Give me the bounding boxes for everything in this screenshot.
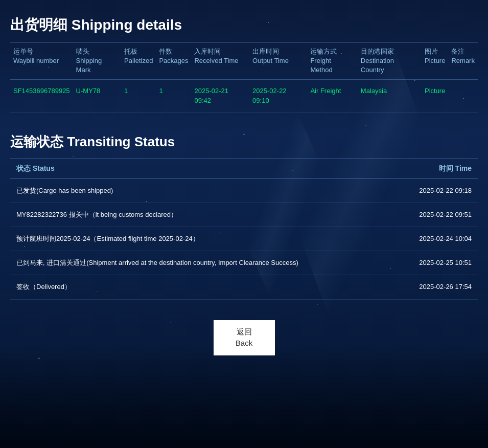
status-cell-1: MY82282322736 报关中（it being customs decla… (10, 203, 393, 227)
time-cell-3: 2025-02-25 10:51 (393, 251, 478, 275)
cell-received-time: 2025-02-21 09:42 (191, 79, 249, 112)
col-received-time: 入库时间 Received Time (191, 43, 249, 80)
col-packages: 件数 Packages (156, 43, 191, 80)
col-status-header: 状态 Status (10, 159, 393, 178)
transiting-section-title: 运输状态 Transiting Status (10, 133, 478, 151)
time-cell-1: 2025-02-22 09:51 (393, 203, 478, 227)
col-remark: 备注 Remark (448, 43, 478, 80)
status-table-header: 状态 Status 时间 Time (10, 159, 478, 178)
shipping-table-header: 运单号 Waybill number 唛头 Shipping Mark 托板 P… (10, 43, 478, 80)
col-freight-method: 运输方式 Freight Method (307, 43, 357, 80)
status-row: 已发货(Cargo has been shipped)2025-02-22 09… (10, 178, 478, 203)
col-waybill: 运单号 Waybill number (10, 43, 73, 80)
col-output-time: 出库时间 Output Time (249, 43, 307, 80)
status-cell-4: 签收（Delivered） (10, 275, 393, 299)
col-palletized: 托板 Palletized (121, 43, 156, 80)
shipping-section-title: 出货明细 Shipping details (10, 15, 478, 35)
cell-palletized: 1 (121, 79, 156, 112)
status-row: 已到马来, 进口清关通过(Shipment arrived at the des… (10, 251, 478, 275)
cell-waybill: SF1453696789925 (10, 79, 73, 112)
status-cell-2: 预计航班时间2025-02-24（Estimated flight time 2… (10, 227, 393, 251)
status-row: 签收（Delivered）2025-02-26 17:54 (10, 275, 478, 299)
cell-shipping-mark: U-MY78 (73, 79, 121, 112)
cell-remark (448, 79, 478, 112)
status-cell-3: 已到马来, 进口清关通过(Shipment arrived at the des… (10, 251, 393, 275)
shipping-table: 运单号 Waybill number 唛头 Shipping Mark 托板 P… (10, 42, 478, 113)
cell-output-time: 2025-02-22 09:10 (249, 79, 307, 112)
shipping-row: SF1453696789925 U-MY78 1 1 2025-02-21 09… (10, 79, 478, 112)
status-table: 状态 Status 时间 Time 已发货(Cargo has been shi… (10, 159, 478, 300)
page-container: 出货明细 Shipping details 运单号 Waybill number… (0, 0, 488, 376)
time-cell-4: 2025-02-26 17:54 (393, 275, 478, 299)
status-cell-0: 已发货(Cargo has been shipped) (10, 178, 393, 203)
status-row: 预计航班时间2025-02-24（Estimated flight time 2… (10, 227, 478, 251)
time-cell-0: 2025-02-22 09:18 (393, 178, 478, 203)
cell-packages: 1 (156, 79, 191, 112)
cell-freight-method: Air Freight (307, 79, 357, 112)
col-shipping-mark: 唛头 Shipping Mark (73, 43, 121, 80)
back-button[interactable]: 返回 Back (214, 320, 275, 355)
time-cell-2: 2025-02-24 10:04 (393, 227, 478, 251)
cell-destination: Malaysia (358, 79, 422, 112)
col-picture: 图片 Picture (422, 43, 448, 80)
col-time-header: 时间 Time (393, 159, 478, 178)
back-btn-container: 返回 Back (10, 320, 478, 355)
col-destination: 目的港国家 Destination Country (358, 43, 422, 80)
cell-picture: Picture (422, 79, 448, 112)
status-row: MY82282322736 报关中（it being customs decla… (10, 203, 478, 227)
